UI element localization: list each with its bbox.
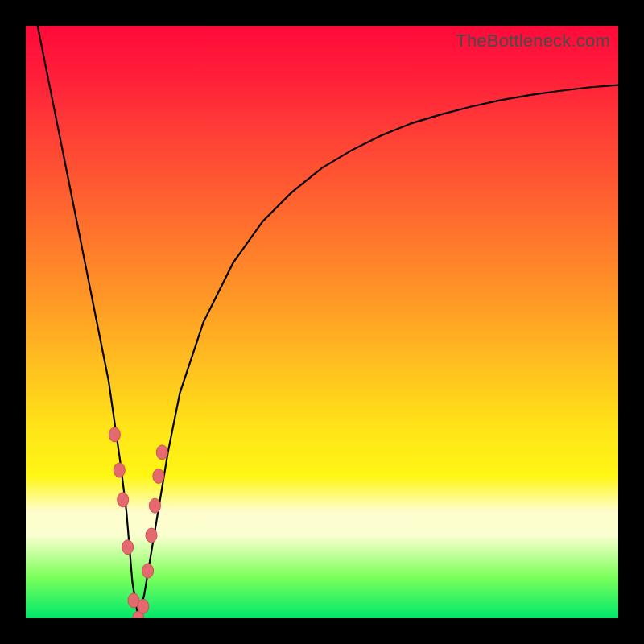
curve-path xyxy=(38,26,618,618)
plot-area: TheBottleneck.com xyxy=(26,26,618,618)
bead xyxy=(138,599,149,613)
bead xyxy=(153,469,164,483)
bead xyxy=(142,564,154,578)
bead xyxy=(109,427,120,442)
bead xyxy=(118,493,129,507)
bead xyxy=(146,528,157,543)
bead xyxy=(122,540,134,555)
chart-frame: TheBottleneck.com xyxy=(0,0,644,644)
bead xyxy=(149,498,160,513)
highlight-beads xyxy=(109,427,167,618)
bead xyxy=(114,463,125,477)
bottleneck-curve xyxy=(26,26,618,618)
bead xyxy=(156,445,167,460)
